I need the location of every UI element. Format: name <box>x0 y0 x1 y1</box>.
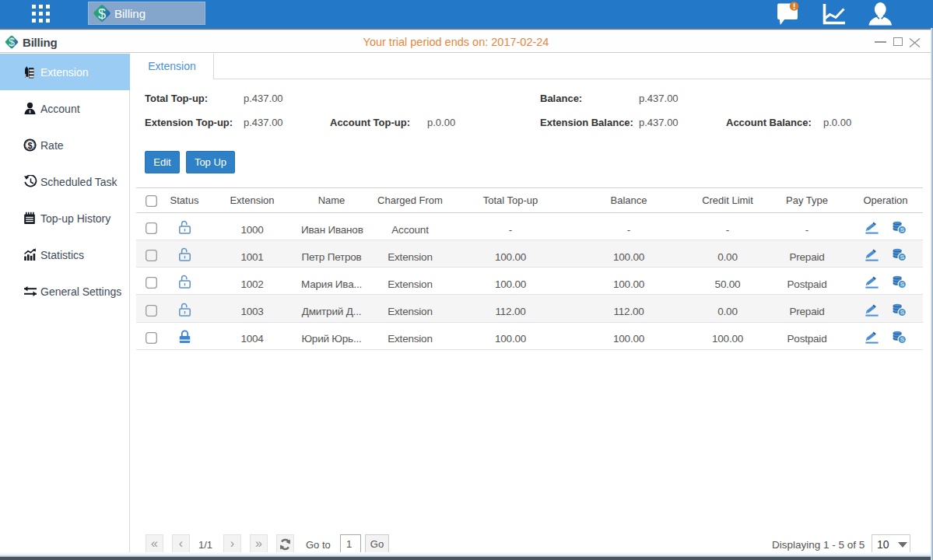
svg-text:S: S <box>900 226 904 233</box>
svg-text:S: S <box>900 254 904 261</box>
svg-text:$: $ <box>27 141 32 150</box>
svg-text:S: S <box>900 282 904 289</box>
svg-text:S: S <box>900 309 904 316</box>
svg-text:S: S <box>900 336 904 343</box>
svg-text:$: $ <box>98 6 106 22</box>
